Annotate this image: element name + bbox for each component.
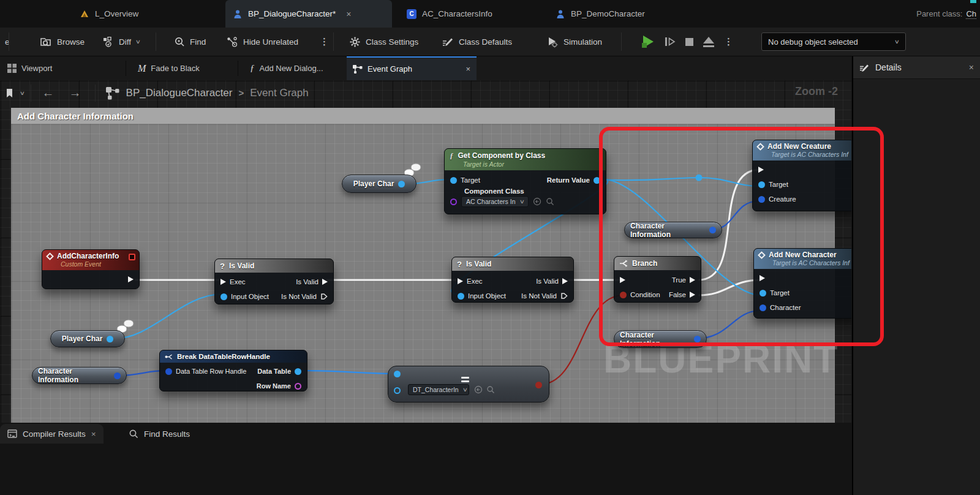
hide-unrelated-button[interactable]: Hide Unrelated — [222, 28, 303, 56]
result-pin[interactable] — [535, 382, 542, 388]
node-add-character-info-event[interactable]: AddCharacterInfo Custom Event — [42, 249, 140, 289]
output-pin[interactable] — [107, 336, 113, 342]
event-graph-canvas[interactable]: ∨ ← → BP_DialogueCharacter > Event Graph… — [0, 80, 851, 423]
tab-add-new-dialog[interactable]: ƒ Add New Dialog... — [244, 56, 330, 80]
node-get-component-by-class[interactable]: ƒGet Component by Class Target is Actor … — [444, 148, 606, 214]
input-b-pin[interactable] — [394, 387, 401, 394]
tab-viewport[interactable]: Viewport — [1, 56, 58, 80]
variable-get-player-char[interactable]: Player Char — [50, 330, 125, 347]
details-header[interactable]: Details × — [853, 56, 980, 79]
condition-pin[interactable] — [620, 292, 627, 298]
use-selected-icon[interactable] — [474, 385, 483, 394]
row-handle-pin[interactable] — [165, 368, 172, 375]
simulation-button[interactable]: Simulation — [541, 28, 607, 56]
node-header[interactable]: Add New Creature Target is AC Characters… — [753, 140, 851, 161]
node-is-valid[interactable]: ?Is Valid Exec Is Valid Input Object Is … — [451, 257, 574, 303]
node-title: Is Valid — [466, 260, 491, 268]
play-options-icon[interactable]: ⋮ — [724, 36, 733, 47]
bookmark-icon[interactable] — [5, 88, 14, 99]
eject-button[interactable] — [703, 37, 714, 47]
find-button[interactable]: Find — [169, 28, 211, 56]
tab-fade-to-black[interactable]: M Fade to Black — [132, 56, 206, 80]
graph-breadcrumb-bar: ∨ ← → BP_DialogueCharacter > Event Graph — [0, 80, 851, 105]
creature-pin[interactable] — [758, 196, 765, 203]
variable-get-character-information[interactable]: Character Information — [624, 222, 722, 238]
node-break-datatablerowhandle[interactable]: Break DataTableRowHandle Data Table Row … — [159, 350, 307, 391]
chevron-down-icon[interactable]: ∨ — [20, 90, 25, 96]
exec-in-pin[interactable] — [221, 279, 226, 285]
exec-in-pin[interactable] — [458, 278, 463, 284]
output-pin[interactable] — [398, 181, 405, 187]
node-header[interactable]: Break DataTableRowHandle — [160, 350, 307, 363]
component-class-pin[interactable] — [450, 198, 457, 205]
stop-button[interactable] — [685, 38, 693, 46]
exec-in-pin[interactable] — [620, 277, 625, 283]
exec-out-pin[interactable] — [322, 279, 328, 285]
exec-out-pin[interactable] — [690, 277, 695, 283]
tab-event-graph[interactable]: Event Graph × — [347, 56, 477, 80]
node-header[interactable]: AddCharacterInfo Custom Event — [42, 250, 139, 270]
variable-get-character-information[interactable]: Character Information — [614, 330, 707, 348]
node-header[interactable]: Add New Character Target is AC Character… — [754, 249, 851, 269]
compare-asset-dropdown[interactable]: DT_CharacterIn ∨ — [408, 384, 469, 395]
tab-l-overview[interactable]: L_Overview — [72, 0, 146, 28]
exec-in-pin[interactable] — [758, 167, 764, 173]
tab-compiler-results[interactable]: Compiler Results × — [0, 424, 104, 444]
class-defaults-button[interactable]: Class Defaults — [437, 28, 517, 56]
node-header[interactable]: Branch — [614, 257, 701, 270]
node-header[interactable]: ?Is Valid — [215, 259, 333, 273]
target-pin[interactable] — [760, 290, 766, 297]
comment-header[interactable]: Add Character Information — [11, 108, 835, 124]
node-branch[interactable]: Branch True Condition False — [614, 256, 701, 303]
input-a-pin[interactable] — [394, 371, 401, 377]
debug-object-dropdown[interactable]: No debug object selected ∨ — [761, 32, 906, 51]
diff-button[interactable]: Diff ∨ — [98, 28, 145, 56]
target-pin[interactable] — [758, 181, 765, 188]
node-header[interactable]: ƒGet Component by Class Target is Actor — [445, 149, 606, 170]
browse-button[interactable]: Browse — [36, 28, 89, 56]
output-pin[interactable] — [694, 336, 701, 342]
exec-in-pin[interactable] — [760, 275, 765, 281]
exec-out-pin[interactable] — [562, 278, 568, 284]
tab-ac-charactersinfo[interactable]: C AC_CharactersInfo — [399, 0, 500, 28]
variable-get-character-information[interactable]: Character Information — [32, 367, 127, 384]
exec-out-pin[interactable] — [320, 293, 328, 300]
tab-bp-dialoguecharacter[interactable]: BP_DialogueCharacter* × — [225, 0, 392, 28]
node-equal[interactable]: DT_CharacterIn ∨ — [388, 366, 549, 402]
node-header[interactable]: ?Is Valid — [452, 257, 573, 271]
output-pin[interactable] — [114, 372, 121, 379]
class-select-dropdown[interactable]: AC Characters In∨ — [461, 196, 529, 207]
node-add-new-character[interactable]: Add New Character Target is AC Character… — [753, 248, 851, 319]
return-value-pin[interactable] — [594, 177, 600, 184]
parent-class-link[interactable]: Ch — [966, 9, 976, 19]
variable-get-player-char[interactable]: Player Char — [342, 175, 417, 193]
close-icon[interactable]: × — [969, 62, 974, 72]
browse-to-asset-icon[interactable] — [546, 197, 554, 206]
target-pin[interactable] — [450, 177, 457, 184]
close-icon[interactable]: × — [91, 429, 96, 439]
row-name-pin[interactable] — [295, 383, 301, 390]
close-icon[interactable]: × — [466, 64, 470, 74]
tab-bp-democharacter[interactable]: BP_DemoCharacter — [548, 0, 652, 28]
exec-out-pin[interactable] — [128, 276, 134, 282]
node-add-new-creature[interactable]: Add New Creature Target is AC Characters… — [752, 140, 851, 211]
forward-arrow-icon[interactable]: → — [69, 86, 81, 100]
data-table-pin[interactable] — [295, 368, 301, 375]
exec-out-pin[interactable] — [560, 292, 568, 300]
character-pin[interactable] — [760, 304, 766, 311]
back-arrow-icon[interactable]: ← — [42, 86, 55, 100]
input-object-pin[interactable] — [458, 293, 464, 300]
close-icon[interactable]: × — [346, 9, 351, 19]
node-is-valid[interactable]: ?Is Valid Exec Is Valid Input Object Is … — [214, 259, 334, 304]
class-settings-button[interactable]: Class Settings — [344, 28, 423, 56]
tab-find-results[interactable]: Find Results — [121, 424, 197, 444]
output-pin[interactable] — [709, 227, 716, 233]
exec-out-pin[interactable] — [690, 292, 695, 298]
hide-unrelated-options-icon[interactable]: ⋮ — [315, 28, 334, 56]
breadcrumb-root[interactable]: BP_DialogueCharacter — [126, 87, 233, 99]
play-button[interactable] — [642, 36, 655, 48]
use-selected-icon[interactable] — [533, 197, 541, 206]
frame-skip-button[interactable] — [665, 37, 676, 46]
browse-to-asset-icon[interactable] — [486, 385, 495, 394]
input-object-pin[interactable] — [221, 293, 227, 300]
